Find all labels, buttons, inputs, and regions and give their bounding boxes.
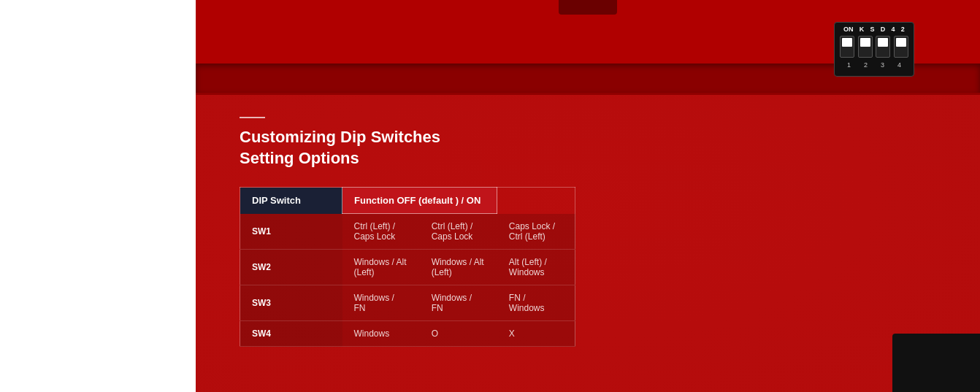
- cell-on-2: FN / Windows: [497, 285, 575, 321]
- dip-label-s: S: [870, 26, 875, 33]
- title-line1: Customizing Dip Switches: [240, 128, 440, 146]
- table-row: SW2 Windows / Alt (Left) Windows / Alt (…: [240, 250, 575, 285]
- cell-key-1: Windows / Alt (Left): [342, 250, 420, 285]
- dip-switch-2: [858, 36, 873, 58]
- cell-off-1: Windows / Alt (Left): [420, 250, 497, 285]
- main-area: ON K S D 4 2: [196, 0, 980, 392]
- dip-num-1: 1: [847, 61, 851, 69]
- table-row: SW4 Windows O X: [240, 321, 575, 347]
- dip-num-2: 2: [864, 61, 868, 69]
- dip-switch-4: [894, 36, 908, 58]
- title-line2: Setting Options: [240, 149, 359, 167]
- cell-off-0: Ctrl (Left) / Caps Lock: [420, 214, 497, 250]
- dip-label-on: ON: [843, 26, 854, 33]
- dip-switch-3: [876, 36, 890, 58]
- dip-switch-1-toggle: [842, 38, 852, 47]
- cell-switch-3: SW4: [240, 321, 342, 347]
- table-header-function: Function OFF (default ) / ON: [342, 188, 497, 214]
- cell-on-3: X: [497, 321, 575, 347]
- left-panel: [0, 0, 196, 392]
- cell-switch-2: SW3: [240, 285, 342, 321]
- dip-labels-top: ON K S D 4 2: [835, 23, 914, 34]
- cell-off-2: Windows / FN: [420, 285, 497, 321]
- dip-label-4: 4: [892, 26, 895, 33]
- table-row: SW3 Windows / FN Windows / FN FN / Windo…: [240, 285, 575, 321]
- cell-off-3: O: [420, 321, 497, 347]
- cell-key-2: Windows / FN: [342, 285, 420, 321]
- dip-switch-4-toggle: [896, 38, 906, 47]
- section-title: Customizing Dip Switches Setting Options: [240, 127, 936, 169]
- decoration-line: [240, 117, 265, 118]
- dip-labels-bottom: 1 2 3 4: [835, 59, 914, 71]
- dip-switch-1: [840, 36, 854, 58]
- content-area: Customizing Dip Switches Setting Options…: [196, 95, 980, 392]
- dip-switch-table: DIP Switch Function OFF (default ) / ON …: [240, 187, 575, 347]
- table-row: SW1 Ctrl (Left) / Caps Lock Ctrl (Left) …: [240, 214, 575, 250]
- dip-switch-diagram: ON K S D 4 2: [834, 22, 914, 80]
- cell-key-3: Windows: [342, 321, 420, 347]
- dip-num-3: 3: [881, 61, 884, 69]
- cell-on-1: Alt (Left) / Windows: [497, 250, 575, 285]
- dip-label-k: K: [860, 26, 865, 33]
- dip-label-2: 2: [901, 26, 905, 33]
- page-wrapper: ON K S D 4 2: [0, 0, 980, 392]
- dip-switch-3-toggle: [878, 38, 888, 47]
- dip-label-d: D: [881, 26, 886, 33]
- dip-switch-2-toggle: [860, 38, 870, 47]
- cell-switch-1: SW2: [240, 250, 342, 285]
- bottom-right-element: [892, 334, 980, 392]
- cell-on-0: Caps Lock / Ctrl (Left): [497, 214, 575, 250]
- dip-switch-body: ON K S D 4 2: [834, 22, 914, 77]
- dip-switches-row: [835, 34, 914, 59]
- cell-key-0: Ctrl (Left) / Caps Lock: [342, 214, 420, 250]
- cell-switch-0: SW1: [240, 214, 342, 250]
- table-header-switch: DIP Switch: [240, 188, 342, 214]
- dip-num-4: 4: [897, 61, 901, 69]
- usb-bump: [559, 0, 617, 15]
